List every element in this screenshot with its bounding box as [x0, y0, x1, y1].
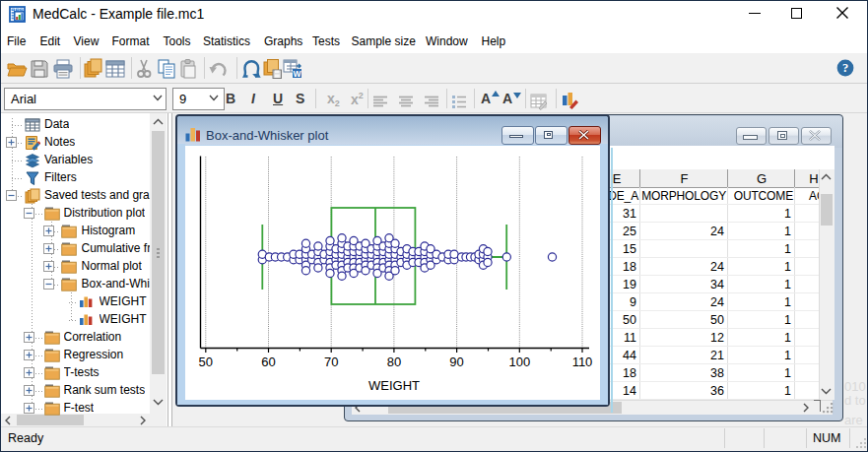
svg-text:90: 90 [449, 355, 463, 369]
svg-text:70: 70 [324, 355, 338, 369]
svg-text:110: 110 [572, 355, 593, 369]
svg-text:60: 60 [261, 355, 275, 369]
svg-text:?: ? [842, 61, 848, 75]
svg-text:50: 50 [199, 355, 213, 369]
svg-text:100: 100 [508, 355, 530, 369]
svg-text:80: 80 [387, 355, 401, 369]
svg-text:W: W [293, 69, 301, 79]
svg-text:WEIGHT: WEIGHT [368, 378, 420, 393]
